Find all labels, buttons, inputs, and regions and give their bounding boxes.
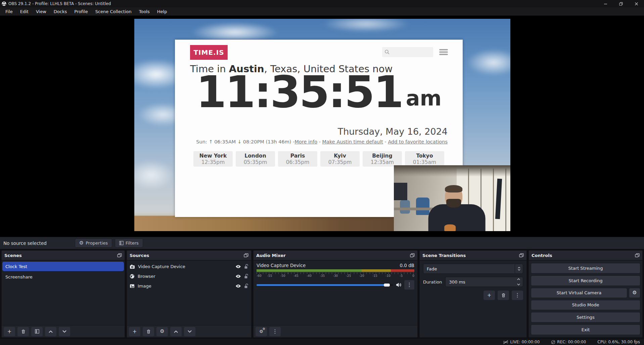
trash-icon bbox=[146, 329, 151, 334]
add-transition-button[interactable]: + bbox=[484, 291, 495, 300]
transition-select[interactable]: Fade bbox=[423, 264, 523, 274]
kebab-icon: ⋮ bbox=[272, 329, 278, 334]
virtual-camera-settings-button[interactable]: ⚙ bbox=[629, 288, 640, 298]
make-default-link: Make Austin time default bbox=[322, 139, 383, 144]
trash-icon bbox=[501, 293, 506, 298]
timeis-sun-info: Sun: ↑ 06:35AM ↓ 08:20PM (13h 46m) -More… bbox=[196, 139, 448, 144]
select-spinner[interactable] bbox=[515, 264, 523, 273]
menu-profile[interactable]: Profile bbox=[71, 8, 91, 15]
dock-popout-button[interactable] bbox=[117, 253, 122, 257]
record-inactive-icon bbox=[551, 340, 555, 344]
chevron-down-icon[interactable] bbox=[517, 284, 520, 286]
filters-icon bbox=[35, 329, 39, 334]
trash-icon bbox=[21, 329, 26, 334]
live-time: LIVE: 00:00:00 bbox=[510, 340, 540, 344]
start-virtual-camera-button[interactable]: Start Virtual Camera bbox=[531, 288, 627, 298]
lock-open-icon[interactable] bbox=[244, 284, 248, 289]
close-icon bbox=[635, 2, 638, 6]
timeis-search-input bbox=[382, 47, 433, 57]
scene-move-down-button[interactable] bbox=[59, 327, 70, 336]
remove-source-button[interactable] bbox=[143, 327, 154, 336]
close-button[interactable] bbox=[629, 0, 644, 7]
speaker-icon[interactable] bbox=[396, 283, 402, 287]
dock-popout-button[interactable] bbox=[410, 253, 415, 257]
transition-menu-button[interactable]: ⋮ bbox=[512, 291, 523, 300]
settings-button[interactable]: Settings bbox=[531, 312, 640, 322]
menu-scene-collection[interactable]: Scene Collection bbox=[92, 8, 135, 15]
source-move-up-button[interactable] bbox=[170, 327, 182, 336]
add-scene-button[interactable]: + bbox=[4, 327, 15, 336]
cloud-decoration bbox=[322, 19, 410, 32]
menu-tools[interactable]: Tools bbox=[136, 8, 153, 15]
lock-open-icon[interactable] bbox=[244, 274, 248, 279]
volume-handle[interactable] bbox=[384, 284, 390, 287]
duration-spinbox[interactable]: 300 ms bbox=[445, 277, 523, 287]
window-title: OBS 29.1.2 - Profile: LLHLS BETA - Scene… bbox=[8, 1, 111, 6]
status-bar: LIVE: 00:00:00 REC: 00:00:00 CPU: 0.6%, … bbox=[0, 339, 644, 345]
mixer-channel-name: Video Capture Device bbox=[257, 263, 306, 268]
source-row-video-capture[interactable]: Video Capture Device bbox=[127, 262, 251, 271]
menu-docks[interactable]: Docks bbox=[50, 8, 70, 15]
source-row-image[interactable]: Image bbox=[127, 281, 251, 291]
person-hair bbox=[445, 185, 462, 192]
scene-filters-button[interactable] bbox=[31, 327, 43, 336]
add-source-button[interactable]: + bbox=[129, 327, 140, 336]
visibility-eye-icon[interactable] bbox=[235, 284, 241, 288]
preview-zone: TIME.IS Time in Austin, Texas, United St… bbox=[0, 16, 644, 237]
visibility-eye-icon[interactable] bbox=[235, 265, 241, 268]
menu-help[interactable]: Help bbox=[154, 8, 171, 15]
menu-file[interactable]: File bbox=[2, 8, 16, 15]
dock-popout-button[interactable] bbox=[635, 253, 640, 257]
timeis-clock-row: 11:35:51 am bbox=[175, 69, 463, 115]
restore-icon bbox=[619, 2, 623, 6]
meter-scale-labels: -60 -55 -50 -45 -40 -35 -30 -25 -20 -15 … bbox=[257, 274, 414, 278]
cloud-decoration bbox=[134, 160, 175, 190]
start-recording-button[interactable]: Start Recording bbox=[531, 275, 640, 286]
gear-icon: ⚙ bbox=[632, 290, 637, 295]
menu-view[interactable]: View bbox=[33, 8, 50, 15]
webcam-overlay bbox=[394, 165, 510, 231]
kebab-icon: ⋮ bbox=[515, 293, 520, 298]
chevron-up-icon bbox=[49, 330, 53, 333]
hamburger-menu-icon bbox=[439, 49, 448, 55]
source-row-browser[interactable]: Browser bbox=[127, 271, 251, 281]
timeis-clock: 11:35:51 bbox=[196, 69, 403, 115]
start-streaming-button[interactable]: Start Streaming bbox=[531, 263, 640, 273]
scenes-title: Scenes bbox=[4, 253, 22, 258]
minimize-button[interactable] bbox=[598, 0, 613, 7]
scene-move-up-button[interactable] bbox=[45, 327, 56, 336]
studio-mode-button[interactable]: Studio Mode bbox=[531, 300, 640, 310]
volume-slider[interactable] bbox=[257, 282, 393, 288]
exit-button[interactable]: Exit bbox=[531, 325, 640, 335]
dock-popout-button[interactable] bbox=[519, 253, 524, 257]
dock-popout-button[interactable] bbox=[244, 253, 248, 257]
city-card: Kyiv07:35pm bbox=[320, 151, 360, 167]
mixer-level-db: 0.0 dB bbox=[400, 263, 414, 268]
advanced-audio-button[interactable]: ⚙⚙ bbox=[256, 327, 267, 336]
office-ceiling bbox=[394, 165, 510, 177]
scene-item-clock-test[interactable]: Clock Test bbox=[2, 262, 124, 271]
source-properties-button[interactable]: ⚙ bbox=[156, 327, 168, 336]
audio-mixer-panel: Audio Mixer Video Capture Device 0.0 dB … bbox=[253, 250, 418, 338]
chevron-up-icon[interactable] bbox=[517, 278, 520, 280]
office-chair bbox=[416, 198, 429, 215]
office-screen bbox=[394, 183, 407, 200]
remove-transition-button[interactable] bbox=[498, 291, 509, 300]
remove-scene-button[interactable] bbox=[17, 327, 29, 336]
mixer-menu-button[interactable]: ⋮ bbox=[269, 327, 281, 336]
restore-button[interactable] bbox=[613, 0, 629, 7]
filters-button[interactable]: Filters bbox=[115, 239, 143, 248]
source-move-down-button[interactable] bbox=[184, 327, 195, 336]
menu-edit[interactable]: Edit bbox=[17, 8, 32, 15]
transitions-title: Scene Transitions bbox=[422, 253, 466, 258]
lock-open-icon[interactable] bbox=[244, 264, 248, 269]
properties-button[interactable]: ⚙ Properties bbox=[75, 239, 112, 248]
visibility-eye-icon[interactable] bbox=[235, 274, 241, 278]
scene-item-screenshare[interactable]: Screenshare bbox=[2, 272, 124, 282]
preview-canvas[interactable]: TIME.IS Time in Austin, Texas, United St… bbox=[134, 19, 510, 231]
obs-logo-icon bbox=[2, 1, 6, 6]
image-icon bbox=[130, 284, 135, 289]
volume-track bbox=[257, 284, 393, 286]
city-card: New York12:35pm bbox=[193, 151, 233, 167]
mixer-channel-menu-button[interactable]: ⋮ bbox=[404, 280, 414, 290]
